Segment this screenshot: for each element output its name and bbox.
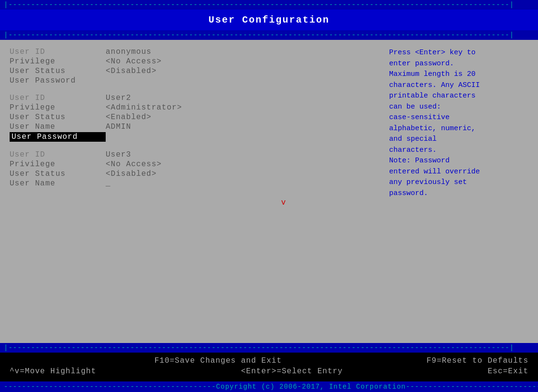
user2-status-row: User Status <Enabled>	[10, 113, 384, 122]
footer-top-border: |---------------------------------------…	[0, 343, 538, 353]
user3-name-value: _	[106, 179, 111, 188]
user3-id-row: User ID User3	[10, 150, 384, 159]
user2-name-value: ADMIN	[106, 122, 131, 131]
user-section-3: User ID User3 Privilege <No Access> User…	[10, 150, 384, 189]
title-bottom-border: |---------------------------------------…	[0, 30, 538, 40]
footer-f9-label[interactable]: F9=Reset to Defaults	[427, 356, 528, 365]
user1-privilege-label: Privilege	[10, 57, 106, 66]
right-panel: Press <Enter> key to enter password. Max…	[384, 48, 528, 339]
user1-password-label: User Password	[10, 76, 106, 85]
top-border: |---------------------------------------…	[0, 0, 538, 10]
user2-privilege-label: Privilege	[10, 103, 106, 112]
user-section-2: User ID User2 Privilege <Administrator> …	[10, 94, 384, 143]
user3-status-row: User Status <Disabled>	[10, 170, 384, 178]
user3-status-label: User Status	[10, 170, 106, 178]
user1-status-value: <Disabled>	[106, 67, 157, 75]
help-line11: Note: Password	[389, 156, 528, 167]
user3-id-label: User ID	[10, 150, 106, 159]
top-border-line: |---------------------------------------…	[4, 1, 514, 9]
footer-bar: F10=Save Changes and Exit F9=Reset to De…	[0, 353, 538, 381]
footer-f10-label[interactable]: F10=Save Changes and Exit	[154, 356, 281, 365]
left-panel: User ID anonymous Privilege <No Access> …	[10, 48, 384, 339]
help-line2: enter password.	[389, 59, 528, 70]
help-line12: entered will override	[389, 167, 528, 178]
user2-password-label[interactable]: User Password	[10, 132, 106, 142]
help-line10: characters.	[389, 145, 528, 156]
footer-esc-exit[interactable]: Esc=Exit	[488, 367, 528, 376]
user2-name-row: User Name ADMIN	[10, 122, 384, 131]
footer-enter-select: <Enter>=Select Entry	[241, 367, 343, 376]
help-line1: Press <Enter> key to	[389, 48, 528, 59]
title-bottom-border-line: |---------------------------------------…	[4, 31, 514, 39]
main-content: User ID anonymous Privilege <No Access> …	[0, 40, 538, 343]
user2-privilege-row: Privilege <Administrator>	[10, 103, 384, 112]
user-section-1: User ID anonymous Privilege <No Access> …	[10, 48, 384, 86]
help-line5: printable characters	[389, 91, 528, 102]
help-line7: case-sensitive	[389, 112, 528, 123]
help-line4: characters. Any ASCII	[389, 80, 528, 91]
user3-privilege-label: Privilege	[10, 160, 106, 169]
user3-privilege-row: Privilege <No Access>	[10, 160, 384, 169]
help-line9: and special	[389, 134, 528, 145]
user1-id-label: User ID	[10, 48, 106, 56]
user1-status-row: User Status <Disabled>	[10, 67, 384, 75]
user2-id-label: User ID	[10, 94, 106, 102]
user3-name-label: User Name	[10, 179, 106, 188]
user2-id-row: User ID User2	[10, 94, 384, 102]
user2-privilege-value: <Administrator>	[106, 103, 182, 112]
footer-row-1: F10=Save Changes and Exit F9=Reset to De…	[10, 356, 528, 365]
user1-id-value: anonymous	[106, 48, 151, 56]
user1-status-label: User Status	[10, 67, 106, 75]
user3-id-value: User3	[106, 150, 131, 159]
help-line6: can be used:	[389, 102, 528, 113]
footer-bottom-border: ----------------------------------------…	[0, 381, 538, 392]
user2-status-value: <Enabled>	[106, 113, 151, 122]
footer-top-border-line: |---------------------------------------…	[4, 344, 514, 352]
user1-privilege-value: <No Access>	[106, 57, 162, 66]
footer-row-2: ^v=Move Highlight <Enter>=Select Entry E…	[10, 367, 528, 376]
user3-status-value: <Disabled>	[106, 170, 157, 178]
page-title: User Configuration	[208, 14, 330, 25]
user1-password-row[interactable]: User Password	[10, 76, 384, 85]
user3-privilege-value: <No Access>	[106, 160, 162, 169]
user2-status-label: User Status	[10, 113, 106, 122]
help-line3: Maximum length is 20	[389, 69, 528, 80]
user2-name-label: User Name	[10, 122, 106, 131]
user2-password-row[interactable]: User Password	[10, 132, 384, 142]
scroll-indicator: v	[10, 198, 384, 207]
user1-id-row: User ID anonymous	[10, 48, 384, 56]
title-bar: User Configuration	[0, 10, 538, 30]
user1-privilege-row: Privilege <No Access>	[10, 57, 384, 66]
user3-name-row: User Name _	[10, 179, 384, 188]
user2-id-value: User2	[106, 94, 131, 102]
help-line8: alphabetic, numeric,	[389, 123, 528, 135]
help-line14: password.	[389, 188, 528, 199]
help-line13: any previously set	[389, 177, 528, 188]
footer-move-highlight: ^v=Move Highlight	[10, 367, 96, 376]
